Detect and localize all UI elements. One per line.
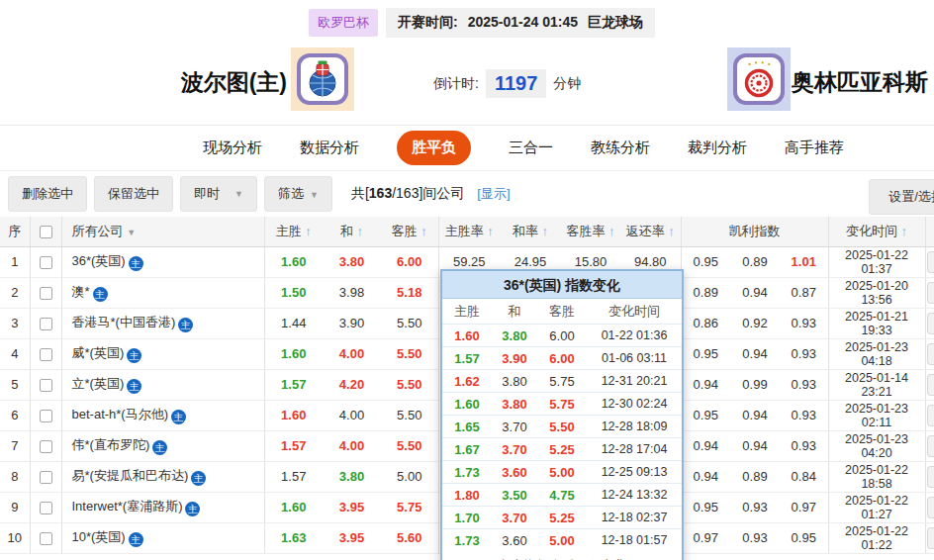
row-checkbox[interactable] (40, 502, 52, 514)
home-odds-cell[interactable]: 1.60 (264, 338, 323, 369)
tab-三合一[interactable]: 三合一 (509, 139, 553, 157)
popup-title: 36*(英国) 指数变化 (442, 271, 682, 299)
col-home-odds[interactable]: 主胜 ↑ (264, 217, 323, 246)
company-cell[interactable]: 威*(英国)主 (61, 338, 264, 369)
col-home-rate[interactable]: 主胜率 ↑ (438, 217, 500, 246)
tab-胜平负[interactable]: 胜平负 (397, 131, 471, 165)
col-return-rate[interactable]: 返还率 ↑ (620, 217, 681, 246)
row-checkbox[interactable] (40, 348, 52, 361)
col-draw-odds[interactable]: 和 ↑ (323, 217, 381, 246)
draw-odds-cell[interactable]: 3.95 (323, 492, 381, 522)
change-time-cell: 2025-01-23 04:20 (828, 430, 925, 461)
away-odds-cell[interactable]: 6.00 (381, 246, 438, 277)
tab-高手推荐[interactable]: 高手推荐 (785, 139, 844, 157)
draw-odds-cell[interactable]: 3.90 (323, 308, 381, 338)
chevron-down-icon: ▼ (234, 189, 243, 199)
row-action-button[interactable] (927, 251, 934, 273)
col-company[interactable]: 所有公司 ▼ (61, 217, 264, 246)
row-action-button[interactable] (927, 282, 934, 304)
row-checkbox[interactable] (40, 532, 52, 545)
company-cell[interactable]: bet-at-h*(马尔他)主 (61, 400, 264, 430)
kelly-away-cell: 0.93 (780, 308, 828, 338)
company-name: 威*(英国) (72, 345, 125, 360)
show-link[interactable]: [显示] (477, 185, 510, 203)
draw-odds-cell[interactable]: 4.00 (323, 430, 381, 461)
row-checkbox[interactable] (40, 410, 52, 422)
delete-selected-button[interactable]: 删除选中 (8, 176, 87, 212)
company-cell[interactable]: 36*(英国)主 (61, 246, 264, 277)
row-index: 1 (0, 246, 30, 277)
draw-odds-cell: 3.70 (492, 420, 537, 434)
company-cell[interactable]: 10*(英国)主 (61, 522, 264, 553)
tab-教练分析[interactable]: 教练分析 (591, 139, 650, 157)
row-action-button[interactable] (927, 527, 934, 549)
company-name: 香港马*(中国香港) (72, 315, 176, 329)
draw-odds-cell[interactable]: 3.80 (323, 246, 381, 277)
row-checkbox[interactable] (40, 256, 52, 269)
filter-dropdown[interactable]: 筛选▼ (264, 176, 332, 212)
away-odds-cell[interactable]: 5.18 (381, 277, 438, 308)
home-odds-cell[interactable]: 1.50 (264, 277, 323, 308)
home-odds-cell[interactable]: 1.60 (264, 400, 323, 430)
draw-odds-cell[interactable]: 3.80 (323, 461, 381, 492)
kickoff-label: 开赛时间: (398, 14, 458, 32)
company-name: 10*(英国) (72, 529, 126, 544)
away-odds-cell[interactable]: 5.50 (381, 308, 438, 338)
row-checkbox[interactable] (40, 471, 52, 484)
draw-odds-cell: 3.50 (492, 488, 537, 503)
col-draw-rate[interactable]: 和率 ↑ (500, 217, 561, 246)
keep-selected-button[interactable]: 保留选中 (94, 176, 173, 212)
away-odds-cell[interactable]: 5.50 (381, 338, 438, 369)
row-index: 8 (0, 461, 30, 492)
away-odds-cell[interactable]: 5.75 (381, 492, 438, 522)
home-odds-cell[interactable]: 1.57 (264, 430, 323, 461)
row-action-button[interactable] (927, 405, 934, 426)
time-filter-dropdown[interactable]: 即时 ▼ (180, 176, 257, 212)
popup-change-time: 12-18 01:57 (587, 533, 682, 547)
row-action-button[interactable] (927, 374, 934, 396)
row-checkbox[interactable] (40, 440, 52, 453)
row-action-button[interactable] (927, 343, 934, 365)
draw-odds-cell[interactable]: 4.00 (323, 400, 381, 430)
select-all-checkbox[interactable] (40, 226, 52, 238)
home-odds-cell[interactable]: 1.57 (264, 461, 323, 492)
home-odds-cell[interactable]: 1.63 (264, 522, 323, 553)
company-cell[interactable]: Interwet*(塞浦路斯)主 (61, 492, 264, 522)
row-index: 3 (0, 308, 30, 338)
away-odds-cell[interactable]: 5.50 (381, 369, 438, 400)
row-action-button[interactable] (927, 497, 934, 518)
kelly-home-cell: 0.94 (681, 461, 730, 492)
company-cell[interactable]: 香港马*(中国香港)主 (61, 308, 264, 338)
away-odds-cell[interactable]: 5.00 (381, 461, 438, 492)
row-checkbox[interactable] (40, 287, 52, 300)
row-checkbox[interactable] (40, 379, 52, 392)
draw-odds-cell[interactable]: 4.20 (323, 369, 381, 400)
company-cell[interactable]: 澳*主 (61, 277, 264, 308)
away-odds-cell[interactable]: 5.60 (381, 522, 438, 553)
row-checkbox[interactable] (40, 318, 52, 330)
home-odds-cell[interactable]: 1.60 (264, 246, 323, 277)
row-action-button[interactable] (927, 435, 934, 457)
row-action-button[interactable] (927, 466, 934, 488)
tab-数据分析[interactable]: 数据分析 (300, 139, 359, 157)
company-cell[interactable]: 伟*(直布罗陀)主 (61, 430, 264, 461)
col-change-time[interactable]: 变化时间 ↑ (828, 217, 925, 246)
tab-现场分析[interactable]: 现场分析 (203, 139, 262, 157)
draw-odds-cell[interactable]: 4.00 (323, 338, 381, 369)
home-odds-cell[interactable]: 1.57 (264, 369, 323, 400)
row-action-button[interactable] (927, 313, 934, 334)
draw-odds-cell[interactable]: 3.95 (323, 522, 381, 553)
col-away-odds[interactable]: 客胜 ↑ (381, 217, 438, 246)
away-odds-cell[interactable]: 5.50 (381, 430, 438, 461)
company-cell[interactable]: 易*(安提瓜和巴布达)主 (61, 461, 264, 492)
settings-select-button[interactable]: 设置/选择 (869, 179, 934, 215)
company-cell[interactable]: 立*(英国)主 (61, 369, 264, 400)
away-odds-cell[interactable]: 5.50 (381, 400, 438, 430)
tab-裁判分析[interactable]: 裁判分析 (688, 139, 747, 157)
home-odds-cell[interactable]: 1.60 (264, 492, 323, 522)
col-away-rate[interactable]: 客胜率 ↑ (561, 217, 620, 246)
sort-asc-icon: ↑ (420, 224, 427, 238)
league-badge[interactable]: 欧罗巴杯 (309, 9, 378, 37)
home-odds-cell[interactable]: 1.44 (264, 308, 323, 338)
draw-odds-cell[interactable]: 3.98 (323, 277, 381, 308)
